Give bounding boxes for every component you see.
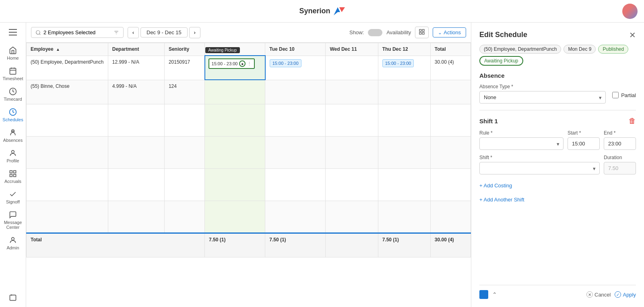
shift-select[interactable] [479, 162, 600, 174]
shift-badge-tue[interactable]: 15:00 - 23:00 [270, 59, 301, 67]
end-input[interactable] [604, 137, 636, 150]
svg-point-20 [36, 30, 40, 34]
sidebar-item-schedules[interactable]: Schedules [0, 105, 26, 125]
shift-cell-wed[interactable] [326, 56, 378, 80]
shift-badge-awaiting[interactable]: 15:00 - 23:00 ● ⋮ [208, 58, 255, 69]
start-label: Start * [568, 130, 600, 136]
partial-label: Partial [621, 92, 636, 98]
svg-rect-5 [10, 68, 16, 74]
absence-section: Absence Absence Type * None ▾ Partial [479, 72, 636, 104]
schedule-toolbar: ‹ Dec 9 - Dec 15 › Show: Availability ⌄ … [26, 23, 471, 43]
shift-status-icon: ● [239, 60, 246, 67]
shift-cell-thu[interactable]: 15:00 - 23:00 [378, 56, 430, 80]
sidebar-item-accruals[interactable]: Accruals [0, 166, 26, 187]
absence-type-label: Absence Type * [479, 84, 606, 89]
svg-rect-16 [14, 174, 16, 177]
close-panel-btn[interactable]: ✕ [629, 31, 636, 39]
shift-label: Shift * [479, 155, 600, 160]
shift-cell-tue[interactable]: 15:00 - 23:00 [265, 56, 326, 80]
svg-rect-25 [419, 29, 421, 31]
total-all: 30.00 (4) [430, 233, 471, 257]
actions-btn[interactable]: ⌄ Actions [433, 27, 466, 37]
prev-date-btn[interactable]: ‹ [128, 27, 139, 38]
table-row: (55) Binne, Chose 4.999 - N/A 124 [27, 80, 471, 104]
shift1-header: Shift 1 🗑 [479, 117, 636, 125]
grid-view-btn[interactable] [415, 27, 429, 38]
sidebar-bottom-icon[interactable] [5, 290, 21, 307]
logo-icon [334, 7, 345, 15]
svg-rect-2 [9, 29, 17, 30]
shift-duration-row: Shift * ▾ Duration [479, 155, 636, 174]
show-label: Show: [349, 29, 364, 35]
add-costing-btn[interactable]: + Add Costing [479, 181, 512, 190]
cancel-icon: ✕ [586, 291, 593, 298]
search-input[interactable] [43, 29, 111, 35]
shift-cell-tue-r2[interactable] [265, 80, 326, 104]
employee-seniority: 124 [164, 80, 204, 104]
employee-name: (50) Employee, DepartmentPunch [27, 56, 108, 80]
col-department: Department [108, 43, 164, 56]
start-input[interactable] [568, 137, 600, 150]
rule-select[interactable] [479, 137, 564, 150]
shift-cell-mon[interactable]: Awaiting Pickup 15:00 - 23:00 ● ⋮ [205, 56, 265, 80]
absence-type-select[interactable]: None [479, 91, 606, 104]
sidebar: Home Timesheet Timecard Schedules Absenc… [0, 23, 26, 307]
svg-rect-13 [10, 171, 12, 173]
rule-label: Rule * [479, 130, 564, 136]
duration-input[interactable] [604, 162, 636, 174]
absence-title: Absence [479, 72, 636, 79]
shift-cell-thu-r2[interactable] [378, 80, 430, 104]
filter-icon[interactable] [114, 30, 119, 35]
panel-footer: ⌃ ✕ Cancel ✓ Apply [479, 285, 636, 299]
svg-marker-0 [334, 7, 340, 15]
availability-toggle[interactable] [368, 29, 382, 36]
sidebar-item-profile[interactable]: Profile [0, 146, 26, 166]
menu-icon[interactable] [6, 26, 20, 40]
svg-rect-14 [14, 171, 16, 173]
shift-cell-wed-r2[interactable] [326, 80, 378, 104]
sidebar-item-timesheet[interactable]: Timesheet [0, 64, 26, 84]
next-date-btn[interactable]: › [189, 27, 200, 38]
sidebar-item-message-center[interactable]: Message Center [0, 207, 26, 233]
total-tue: 7.50 (1) [265, 233, 326, 257]
svg-rect-18 [10, 295, 16, 300]
employee-tag: (50) Employee, DepartmentPunch [479, 45, 561, 54]
app-logo: Synerion [299, 7, 345, 15]
sidebar-item-absences[interactable]: Absences [0, 125, 26, 146]
search-box[interactable] [31, 27, 124, 38]
shift1-section: Shift 1 🗑 Rule * ▾ Start * [479, 117, 636, 211]
awaiting-pickup-tag: Awaiting Pickup [479, 56, 523, 66]
footer-chevron-up[interactable]: ⌃ [492, 291, 497, 298]
sidebar-item-timecard[interactable]: Timecard [0, 84, 26, 105]
footer-color-box[interactable] [479, 290, 488, 299]
table-row-empty2 [27, 136, 471, 168]
total-label: Total [27, 233, 205, 257]
user-avatar[interactable] [622, 4, 638, 19]
col-seniority: Seniority [164, 43, 204, 56]
svg-rect-4 [9, 35, 17, 35]
partial-checkbox[interactable] [612, 92, 619, 98]
sidebar-item-home[interactable]: Home [0, 43, 26, 64]
svg-marker-1 [339, 7, 345, 12]
absence-type-select-wrap[interactable]: None ▾ [479, 91, 606, 104]
date-range-label: Dec 9 - Dec 15 [140, 27, 188, 37]
shift1-title: Shift 1 [479, 118, 498, 124]
chevron-down-icon: ⌄ [438, 30, 442, 35]
edit-panel-header: Edit Schedule ✕ [479, 31, 636, 39]
total-thu: 7.50 (1) [378, 233, 430, 257]
apply-btn[interactable]: ✓ Apply [615, 291, 636, 298]
more-icon[interactable]: ⋮ [247, 61, 252, 66]
employee-seniority: 20150917 [164, 56, 204, 80]
sort-icon: ▲ [56, 47, 60, 52]
delete-shift-btn[interactable]: 🗑 [629, 117, 636, 125]
table-row-empty3 [27, 168, 471, 201]
add-another-shift-btn[interactable]: + Add Another Shift [479, 195, 524, 204]
table-row: (50) Employee, DepartmentPunch 12.999 - … [27, 56, 471, 80]
shift-time: 15:00 - 23:00 [212, 61, 238, 66]
sidebar-item-signoff[interactable]: Signoff [0, 187, 26, 207]
shift-badge-thu[interactable]: 15:00 - 23:00 [382, 59, 414, 67]
sidebar-item-admin[interactable]: Admin [0, 233, 26, 253]
cancel-btn[interactable]: ✕ Cancel [586, 291, 611, 298]
date-nav: ‹ Dec 9 - Dec 15 › [128, 27, 200, 38]
shift-cell-mon-r2[interactable] [205, 80, 265, 104]
